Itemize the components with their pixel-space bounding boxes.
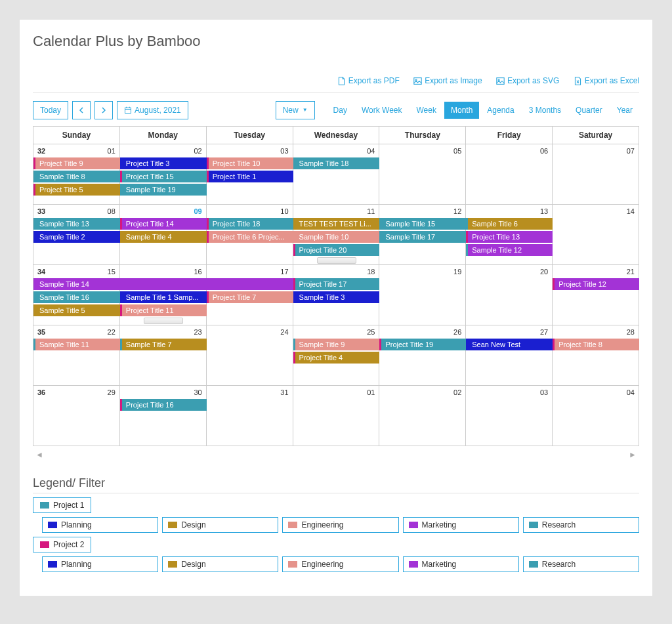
calendar-event[interactable]: Project Title 15 bbox=[120, 171, 207, 182]
calendar-cell[interactable]: 27 bbox=[466, 325, 553, 386]
period-picker[interactable]: August, 2021 bbox=[117, 101, 188, 119]
calendar-event[interactable]: Sample Title 10 bbox=[293, 231, 380, 243]
calendar-event[interactable]: Project Title 12 bbox=[553, 278, 639, 290]
legend-category-toggle[interactable]: Research bbox=[523, 517, 639, 533]
calendar-event[interactable]: Sample Title 13 bbox=[33, 218, 120, 230]
calendar-cell[interactable]: 04 bbox=[293, 144, 380, 205]
calendar-event[interactable]: Sample Title 9 bbox=[293, 339, 380, 350]
calendar-event[interactable]: Sample Title 7 bbox=[120, 339, 207, 350]
view-tab-day[interactable]: Day bbox=[327, 102, 354, 119]
calendar-event[interactable]: Project Title 16 bbox=[120, 399, 207, 411]
more-events-handle[interactable] bbox=[317, 257, 356, 264]
view-tab-week[interactable]: Week bbox=[410, 102, 443, 119]
calendar-event[interactable]: Project Title 10 bbox=[207, 157, 293, 169]
calendar-event[interactable]: Sample Title 14 bbox=[33, 278, 293, 290]
view-tab-quarter[interactable]: Quarter bbox=[569, 102, 609, 119]
calendar-event[interactable]: Sample Title 4 bbox=[120, 231, 207, 243]
prev-button[interactable] bbox=[72, 101, 91, 119]
calendar-cell[interactable]: 01 bbox=[293, 386, 380, 446]
calendar-event[interactable]: Project Title 11 bbox=[120, 304, 207, 316]
legend-category-toggle[interactable]: Design bbox=[162, 556, 278, 572]
calendar-event[interactable]: Project Title 7 bbox=[207, 291, 293, 303]
export-image-link[interactable]: Export as Image bbox=[413, 76, 482, 85]
calendar-cell[interactable]: 2936 bbox=[33, 386, 120, 446]
calendar-cell[interactable]: 24 bbox=[207, 325, 293, 386]
view-tab-3-months[interactable]: 3 Months bbox=[522, 102, 568, 119]
calendar-event[interactable]: Project Title 18 bbox=[207, 218, 293, 230]
calendar-cell[interactable]: 26 bbox=[379, 325, 466, 386]
export-excel-link[interactable]: Export as Excel bbox=[574, 76, 639, 85]
legend-group-toggle[interactable]: Project 2 bbox=[33, 537, 91, 552]
calendar-cell[interactable]: 20 bbox=[466, 265, 553, 325]
calendar-cell[interactable]: 19 bbox=[379, 265, 466, 325]
day-number: 06 bbox=[540, 147, 548, 155]
view-tabs: DayWork WeekWeekMonthAgenda3 MonthsQuart… bbox=[327, 102, 639, 119]
legend-category-toggle[interactable]: Research bbox=[523, 556, 639, 572]
calendar-event[interactable]: Sample Title 18 bbox=[293, 157, 380, 169]
calendar-event[interactable]: Sample Title 3 bbox=[293, 291, 380, 303]
new-button[interactable]: New ▼ bbox=[276, 101, 315, 119]
calendar-event[interactable]: Sample Title 1 Samp... bbox=[120, 291, 207, 303]
calendar-event[interactable]: Project Title 19 bbox=[379, 339, 466, 350]
calendar-event[interactable]: Project Title 13 bbox=[466, 231, 553, 243]
view-tab-work-week[interactable]: Work Week bbox=[355, 102, 409, 119]
today-button[interactable]: Today bbox=[33, 101, 68, 119]
calendar-cell[interactable]: 05 bbox=[379, 144, 466, 205]
calendar-event[interactable]: Sample Title 6 bbox=[466, 218, 553, 230]
calendar-cell[interactable]: 30 bbox=[120, 386, 207, 446]
calendar-cell[interactable]: 2235 bbox=[33, 325, 120, 386]
calendar-event[interactable]: Sean New Test bbox=[466, 339, 553, 350]
calendar-event[interactable]: Sample Title 17 bbox=[379, 231, 466, 243]
new-label: New bbox=[283, 106, 299, 115]
calendar-cell[interactable]: 02 bbox=[379, 386, 466, 446]
calendar-cell[interactable]: 31 bbox=[207, 386, 293, 446]
calendar-event[interactable]: Project Title 8 bbox=[553, 339, 639, 350]
legend-category-label: Planning bbox=[61, 560, 92, 569]
calendar-event[interactable]: Project Title 17 bbox=[293, 278, 380, 290]
legend-group-toggle[interactable]: Project 1 bbox=[33, 497, 91, 513]
calendar-event[interactable]: Sample Title 15 bbox=[379, 218, 466, 230]
calendar-event[interactable]: Sample Title 5 bbox=[33, 304, 120, 316]
legend-category-toggle[interactable]: Design bbox=[162, 517, 278, 533]
calendar-event[interactable]: Project Title 3 bbox=[120, 157, 207, 169]
calendar-event[interactable]: TEST TEST TEST Li... bbox=[293, 218, 380, 230]
calendar-event[interactable]: Sample Title 12 bbox=[466, 244, 553, 256]
calendar-event[interactable]: Sample Title 8 bbox=[33, 171, 120, 182]
next-button[interactable] bbox=[94, 101, 113, 119]
legend-category-label: Engineering bbox=[301, 520, 343, 530]
export-pdf-link[interactable]: Export as PDF bbox=[337, 76, 400, 85]
legend-category-toggle[interactable]: Planning bbox=[42, 556, 158, 572]
day-number: 18 bbox=[367, 268, 375, 276]
calendar-event[interactable]: Project Title 9 bbox=[33, 157, 120, 169]
calendar-cell[interactable]: 04 bbox=[553, 386, 639, 446]
calendar-event[interactable]: Project Title 1 bbox=[207, 171, 293, 182]
view-tab-agenda[interactable]: Agenda bbox=[480, 102, 520, 119]
scroll-left-icon[interactable]: ◄ bbox=[35, 450, 43, 459]
calendar-cell[interactable]: 28 bbox=[553, 325, 639, 386]
calendar-event[interactable]: Project Title 4 bbox=[293, 352, 380, 364]
view-tab-month[interactable]: Month bbox=[444, 102, 479, 119]
calendar-cell[interactable]: 07 bbox=[553, 144, 639, 205]
legend-category-toggle[interactable]: Engineering bbox=[282, 556, 398, 572]
calendar-cell[interactable]: 21 bbox=[553, 265, 639, 325]
calendar-event[interactable]: Project Title 5 bbox=[33, 184, 120, 196]
calendar-event[interactable]: Project Title 6 Projec... bbox=[207, 231, 293, 243]
calendar-event[interactable]: Sample Title 19 bbox=[120, 184, 207, 196]
calendar-cell[interactable]: 03 bbox=[466, 386, 553, 446]
calendar-cell[interactable]: 23 bbox=[120, 325, 207, 386]
calendar-event[interactable]: Sample Title 11 bbox=[33, 339, 120, 350]
export-svg-link[interactable]: Export as SVG bbox=[496, 76, 559, 85]
legend-category-toggle[interactable]: Planning bbox=[42, 517, 158, 533]
legend-category-toggle[interactable]: Engineering bbox=[282, 517, 398, 533]
calendar-event[interactable]: Project Title 20 bbox=[293, 244, 380, 256]
scroll-right-icon[interactable]: ► bbox=[629, 450, 637, 459]
calendar-event[interactable]: Sample Title 16 bbox=[33, 291, 120, 303]
calendar-cell[interactable]: 06 bbox=[466, 144, 553, 205]
legend-category-toggle[interactable]: Marketing bbox=[403, 556, 519, 572]
calendar-event[interactable]: Project Title 14 bbox=[120, 218, 207, 230]
view-tab-year[interactable]: Year bbox=[610, 102, 639, 119]
more-events-handle[interactable] bbox=[144, 318, 183, 324]
legend-category-toggle[interactable]: Marketing bbox=[403, 517, 519, 533]
calendar-cell[interactable]: 14 bbox=[553, 205, 639, 265]
calendar-event[interactable]: Sample Title 2 bbox=[33, 231, 120, 243]
